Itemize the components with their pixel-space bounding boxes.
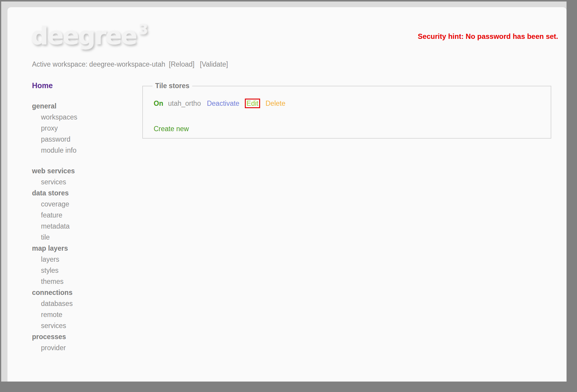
console-page: deegree3 Security hint: No password has …	[7, 7, 567, 382]
page-background: deegree3 Security hint: No password has …	[1, 1, 567, 382]
sidebar-group-processes: processesprovider	[32, 331, 128, 353]
security-hint: Security hint: No password has been set.	[418, 32, 558, 41]
sidebar-item-home[interactable]: Home	[32, 80, 128, 91]
workspace-line: Active workspace:deegree-workspace-utah[…	[32, 60, 228, 68]
logo-superscript: 3	[138, 21, 148, 37]
action-deactivate-link[interactable]: Deactivate	[207, 99, 239, 107]
workspace-label: Active workspace:	[32, 60, 87, 68]
sidebar-item-remote[interactable]: remote	[32, 309, 128, 320]
sidebar-item-themes[interactable]: themes	[32, 276, 128, 287]
action-delete-link[interactable]: Delete	[265, 99, 285, 107]
sidebar-group-map-layers: map layerslayersstylesthemes	[32, 243, 128, 287]
sidebar-item-feature[interactable]: feature	[32, 210, 128, 221]
sidebar-item-coverage[interactable]: coverage	[32, 199, 128, 210]
sidebar-group-label: web services	[32, 166, 128, 177]
logo-text: deegree	[31, 22, 136, 50]
tile-store-row: Onutah_orthoDeactivateEditDelete	[154, 99, 551, 108]
tile-store-name: utah_ortho	[168, 99, 201, 107]
sidebar-item-workspaces[interactable]: workspaces	[32, 112, 128, 123]
workspace-name: deegree-workspace-utah	[89, 60, 165, 68]
tile-stores-panel: Tile stores Onutah_orthoDeactivateEditDe…	[142, 82, 551, 139]
reload-link[interactable]: [Reload]	[169, 60, 195, 68]
sidebar: Home generalworkspacesproxypasswordmodul…	[32, 79, 128, 353]
sidebar-item-proxy[interactable]: proxy	[32, 123, 128, 134]
sidebar-group-label: processes	[32, 331, 128, 342]
sidebar-item-password[interactable]: password	[32, 134, 128, 145]
sidebar-item-styles[interactable]: styles	[32, 265, 128, 276]
sidebar-groups: generalworkspacesproxypasswordmodule inf…	[32, 101, 128, 353]
sidebar-group-web-services: web servicesservices	[32, 166, 128, 188]
sidebar-item-tile[interactable]: tile	[32, 232, 128, 243]
sidebar-group-connections: connectionsdatabasesremoteservices	[32, 287, 128, 331]
sidebar-item-module-info[interactable]: module info	[32, 145, 128, 156]
sidebar-item-services[interactable]: services	[32, 320, 128, 331]
validate-link[interactable]: [Validate]	[200, 60, 228, 68]
action-edit-link[interactable]: Edit	[245, 99, 260, 108]
sidebar-item-provider[interactable]: provider	[32, 342, 128, 353]
sidebar-group-label: data stores	[32, 188, 128, 199]
tile-store-rows: Onutah_orthoDeactivateEditDelete	[154, 99, 551, 108]
tile-stores-legend: Tile stores	[152, 82, 192, 90]
sidebar-item-layers[interactable]: layers	[32, 254, 128, 265]
sidebar-group-data-stores: data storescoveragefeaturemetadatatile	[32, 188, 128, 243]
deegree-logo: deegree3	[31, 22, 148, 50]
sidebar-group-label: general	[32, 101, 128, 112]
sidebar-group-general: generalworkspacesproxypasswordmodule inf…	[32, 101, 128, 156]
sidebar-group-label: connections	[32, 287, 128, 298]
create-new-link[interactable]: Create new	[154, 125, 189, 133]
status-on-label: On	[154, 99, 163, 107]
sidebar-item-services[interactable]: services	[32, 177, 128, 188]
sidebar-item-databases[interactable]: databases	[32, 298, 128, 309]
sidebar-item-metadata[interactable]: metadata	[32, 221, 128, 232]
sidebar-group-label: map layers	[32, 243, 128, 254]
